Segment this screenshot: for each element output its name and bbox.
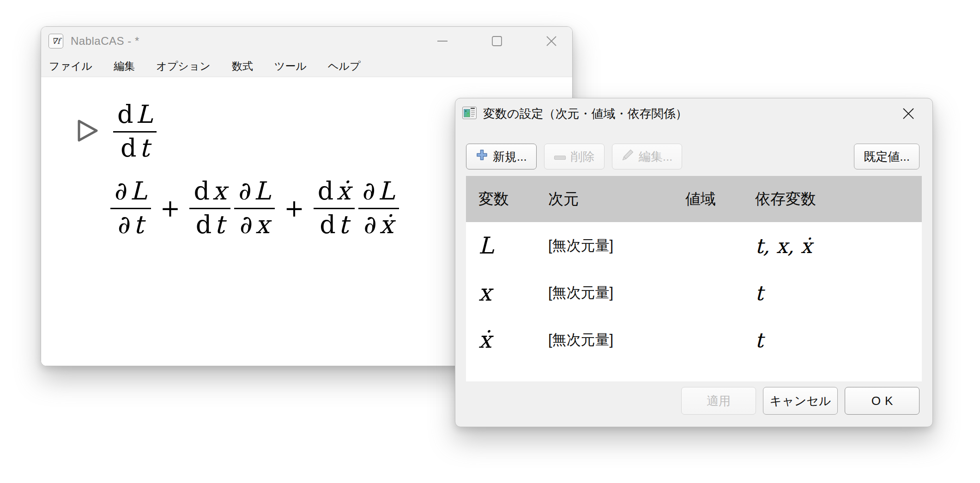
math-operator: ∂ — [363, 179, 375, 204]
cell-dependencies: t — [743, 328, 922, 352]
variable-settings-dialog: 変数の設定（次元・値域・依存関係） 新規... 削除 編集... 既定値... — [455, 98, 933, 427]
math-variable: x — [212, 179, 226, 204]
menu-help[interactable]: ヘルプ — [328, 59, 361, 73]
maximize-icon[interactable] — [486, 30, 508, 52]
menu-options[interactable]: オプション — [156, 59, 211, 73]
ok-button[interactable]: OK — [845, 387, 920, 415]
plus-operator: + — [284, 196, 304, 220]
math-operator: d — [194, 179, 210, 204]
delete-variable-label: 削除 — [571, 149, 595, 165]
math-variable: t — [214, 212, 224, 237]
header-variable: 変数 — [466, 189, 536, 210]
cell-variable: ẋ — [466, 326, 536, 353]
variables-table: 変数 次元 値域 依存変数 L [無次元量] t, x, ẋ x [無次元量] … — [466, 176, 922, 381]
menu-file[interactable]: ファイル — [49, 59, 92, 73]
plus-icon — [476, 149, 488, 164]
window-controls — [432, 27, 562, 55]
cell-variable: L — [466, 232, 536, 259]
menu-edit[interactable]: 編集 — [114, 59, 135, 73]
math-operator: ∂ — [364, 212, 377, 237]
table-row[interactable]: x [無次元量] t — [466, 269, 922, 316]
app-logo-glyph: ∇f — [52, 36, 60, 46]
math-variable: ẋ — [336, 179, 350, 204]
fraction-dxdot-dt: d ẋ d t — [314, 178, 355, 238]
cell-dimension: [無次元量] — [536, 283, 673, 302]
math-operator: ∂ — [240, 212, 253, 237]
math-operator: d — [320, 212, 336, 237]
header-range: 値域 — [673, 189, 743, 210]
cell-variable: x — [466, 279, 536, 306]
menu-math[interactable]: 数式 — [232, 59, 253, 73]
dialog-footer: 適用 キャンセル OK — [681, 387, 920, 415]
defaults-label: 既定値... — [864, 149, 910, 165]
edit-variable-button[interactable]: 編集... — [612, 144, 683, 169]
fraction-dx-dt: d x d t — [189, 178, 230, 238]
menu-tools[interactable]: ツール — [274, 59, 307, 73]
cancel-button[interactable]: キャンセル — [763, 387, 838, 415]
math-variable: t — [139, 136, 150, 161]
math-variable: t — [133, 212, 144, 237]
table-header-row: 変数 次元 値域 依存変数 — [466, 176, 922, 222]
delete-variable-button[interactable]: 削除 — [544, 144, 605, 169]
math-operator: d — [318, 179, 334, 204]
dialog-titlebar[interactable]: 変数の設定（次元・値域・依存関係） — [455, 98, 932, 129]
fraction-dL-dxdot-partial: ∂ L ∂ ẋ — [358, 178, 399, 238]
dialog-toolbar: 新規... 削除 編集... 既定値... — [466, 144, 920, 169]
math-operator: ∂ — [238, 179, 251, 204]
math-operator: d — [196, 212, 212, 237]
menu-bar: ファイル 編集 オプション 数式 ツール ヘルプ — [41, 55, 572, 77]
math-operator: ∂ — [118, 212, 131, 237]
dialog-icon — [462, 107, 477, 121]
fraction-dL-dx-partial: ∂ L ∂ x — [234, 178, 275, 238]
math-operator: ∂ — [115, 179, 127, 204]
apply-button[interactable]: 適用 — [681, 387, 756, 415]
math-operator: d — [121, 136, 137, 161]
cell-dimension: [無次元量] — [536, 236, 673, 255]
close-icon[interactable] — [541, 30, 562, 52]
dialog-close-icon[interactable] — [899, 104, 918, 123]
new-variable-label: 新規... — [493, 149, 527, 165]
prompt-triangle-icon — [75, 118, 100, 145]
math-variable: L — [254, 179, 271, 204]
table-row[interactable]: ẋ [無次元量] t — [466, 316, 922, 363]
minimize-icon[interactable] — [432, 30, 453, 52]
pencil-icon — [622, 149, 634, 164]
fraction-dL-dt: d L d t — [113, 101, 157, 162]
math-variable: ẋ — [379, 212, 393, 237]
math-variable: x — [255, 212, 269, 237]
header-dimension: 次元 — [536, 189, 673, 210]
window-title: NablaCAS - * — [71, 35, 139, 48]
table-row[interactable]: L [無次元量] t, x, ẋ — [466, 222, 922, 269]
cell-dimension: [無次元量] — [536, 330, 673, 350]
app-logo-icon: ∇f — [48, 34, 63, 48]
math-variable: t — [339, 212, 349, 237]
main-window-titlebar[interactable]: ∇f NablaCAS - * — [41, 27, 572, 55]
minus-icon — [554, 150, 566, 164]
defaults-button[interactable]: 既定値... — [854, 144, 920, 169]
math-operator: d — [117, 102, 133, 127]
header-dependencies: 依存変数 — [743, 189, 922, 210]
math-variable: L — [378, 179, 395, 204]
equation-input-line[interactable]: d L d t — [75, 101, 158, 162]
cell-dependencies: t — [743, 281, 922, 305]
math-variable: L — [136, 102, 153, 127]
equation-result-line: ∂ L ∂ t + d x d t — [109, 178, 401, 238]
plus-operator: + — [160, 196, 181, 220]
math-variable: L — [130, 179, 147, 204]
fraction-dL-dt-partial: ∂ L ∂ t — [110, 178, 151, 238]
cell-dependencies: t, x, ẋ — [743, 234, 922, 258]
edit-variable-label: 編集... — [639, 149, 673, 165]
dialog-title: 変数の設定（次元・値域・依存関係） — [483, 106, 688, 122]
new-variable-button[interactable]: 新規... — [466, 144, 537, 169]
